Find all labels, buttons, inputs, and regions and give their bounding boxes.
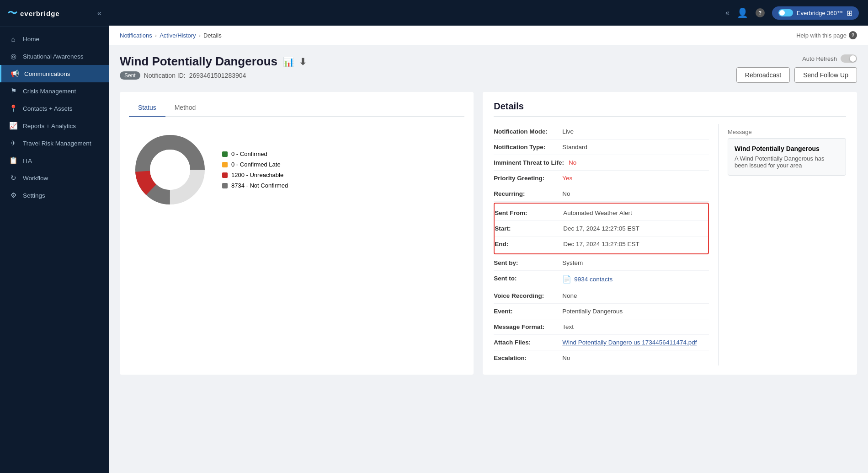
page-title: Wind Potentially Dangerous 📊 ⬇ [120,54,307,69]
detail-value: Text [562,323,574,330]
detail-row: Sent by:System [494,255,709,271]
contacts-link[interactable]: 📄9934 contacts [562,275,612,284]
nav-icon-crisis-management: ⚑ [9,87,17,95]
nav-label-settings: Settings [23,192,45,199]
detail-value: Potentially Dangerous [562,308,623,315]
detail-row: End:Dec 17, 2024 13:27:05 EST [495,236,708,252]
details-title: Details [494,101,846,117]
content-area: Notifications › Active/History › Details… [109,26,868,473]
sidebar-item-ita[interactable]: 📋ITA [0,152,109,169]
page-content: Wind Potentially Dangerous 📊 ⬇ Sent Noti… [109,45,868,384]
logo-label: everbridge [20,10,60,17]
chart-icon[interactable]: 📊 [283,56,294,67]
page-title-area: Wind Potentially Dangerous 📊 ⬇ Sent Noti… [120,54,307,80]
legend-dot [222,172,228,178]
nav-icon-settings: ⚙ [9,191,17,199]
sidebar-item-communications[interactable]: 📢Communications [0,65,109,82]
tab-method[interactable]: Method [165,99,205,117]
breadcrumb-notifications[interactable]: Notifications [120,32,152,39]
sidebar-item-crisis-management[interactable]: ⚑Crisis Management [0,82,109,100]
detail-label: Message Format: [494,323,558,330]
sidebar-item-home[interactable]: ⌂Home [0,31,109,48]
auto-refresh-label: Auto Refresh [802,55,837,62]
nav-label-home: Home [23,36,39,43]
sidebar-item-settings[interactable]: ⚙Settings [0,187,109,204]
action-buttons: Rebroadcast Send Follow Up [736,67,857,83]
sidebar-logo: 〜 everbridge « [0,0,109,27]
help-circle-icon: ? [849,31,857,39]
detail-label: Sent From: [495,210,559,216]
nav-icon-ita: 📋 [9,156,17,165]
message-col: Message Wind Potentially Dangerous A Win… [718,124,846,366]
nav-icon-situational-awareness: ◎ [9,52,17,60]
help-page-link[interactable]: Help with this page ? [796,31,857,39]
send-follow-up-button[interactable]: Send Follow Up [794,67,857,83]
toggle-switch[interactable] [778,9,793,16]
detail-row: Recurring:No [494,186,709,202]
tabs: StatusMethod [129,99,464,117]
sidebar: 〜 everbridge « ⌂Home◎Situational Awarene… [0,0,109,473]
detail-value[interactable]: Wind Potentially Dangero us 173445641147… [562,339,697,346]
details-fields: Notification Mode:LiveNotification Type:… [494,124,718,366]
nav-label-reports-analytics: Reports + Analytics [23,123,76,129]
brand-label: Everbridge 360™ [797,10,843,16]
nav-label-situational-awareness: Situational Awareness [23,53,84,60]
detail-row: Sent to:📄9934 contacts [494,271,709,288]
message-box: Wind Potentially Dangerous A Wind Potent… [728,138,846,176]
detail-row: Notification Mode:Live [494,124,709,140]
sidebar-item-travel-risk-management[interactable]: ✈Travel Risk Management [0,134,109,152]
sidebar-item-reports-analytics[interactable]: 📈Reports + Analytics [0,117,109,134]
detail-value: No [569,159,576,166]
legend-item-1200---unreachable: 1200 - Unreachable [222,172,288,178]
rebroadcast-button[interactable]: Rebroadcast [736,67,790,83]
notification-id-value: 2693461501283904 [189,72,246,79]
sidebar-item-contacts-assets[interactable]: 📍Contacts + Assets [0,100,109,117]
detail-label: Notification Type: [494,144,558,150]
nav-icon-contacts-assets: 📍 [9,104,17,113]
message-body: A Wind Potentially Dangerous has been is… [735,155,839,169]
detail-row: Attach Files:Wind Potentially Dangero us… [494,335,709,350]
detail-value: Dec 17, 2024 12:27:05 EST [563,225,639,232]
user-icon[interactable]: 👤 [737,7,748,18]
title-icons: 📊 ⬇ [283,56,307,67]
detail-row: Escalation:No [494,350,709,366]
highlighted-group: Sent From:Automated Weather AlertStart:D… [494,203,709,254]
legend-label: 0 - Confirmed Late [231,161,281,168]
nav-label-communications: Communications [24,70,70,77]
sidebar-collapse-button[interactable]: « [97,9,101,17]
donut-hole [150,150,190,190]
detail-value[interactable]: 📄9934 contacts [562,275,612,284]
detail-label: Recurring: [494,190,558,197]
main-area: « 👤 ? Everbridge 360™ ⊞ Notifications › … [109,0,868,473]
breadcrumb-current: Details [203,32,222,39]
nav-label-workflow: Workflow [23,175,48,182]
notification-id-row: Sent Notification ID: 2693461501283904 [120,71,307,80]
breadcrumb-active-history[interactable]: Active/History [160,32,196,39]
tab-status[interactable]: Status [129,99,165,117]
page-title-text: Wind Potentially Dangerous [120,54,277,69]
message-label: Message [728,129,846,135]
details-two-col: Notification Mode:LiveNotification Type:… [494,124,846,366]
legend-label: 0 - Confirmed [231,150,267,157]
chart-container: 0 - Confirmed0 - Confirmed Late1200 - Un… [129,124,464,215]
download-icon[interactable]: ⬇ [299,56,307,67]
detail-label: Event: [494,308,558,315]
everbridge-360-button[interactable]: Everbridge 360™ ⊞ [772,6,859,20]
sidebar-item-workflow[interactable]: ↻Workflow [0,169,109,187]
nav-icon-home: ⌂ [9,35,17,43]
sidebar-nav: ⌂Home◎Situational Awareness📢Communicatio… [0,27,109,473]
message-section: Message Wind Potentially Dangerous A Win… [728,129,846,176]
collapse-icon[interactable]: « [725,9,730,17]
message-title: Wind Potentially Dangerous [735,145,839,152]
breadcrumb-bar: Notifications › Active/History › Details… [109,26,868,45]
xlsx-icon: 📄 [562,275,571,284]
nav-icon-travel-risk-management: ✈ [9,139,17,147]
detail-row: Priority Greeting:Yes [494,171,709,186]
nav-icon-reports-analytics: 📈 [9,122,17,130]
detail-value: System [562,259,583,266]
detail-label: Sent to: [494,275,558,282]
help-icon[interactable]: ? [756,8,765,17]
sidebar-item-situational-awareness[interactable]: ◎Situational Awareness [0,48,109,65]
auto-refresh-toggle[interactable] [841,54,857,63]
detail-label: Imminent Threat to Life: [494,159,564,166]
